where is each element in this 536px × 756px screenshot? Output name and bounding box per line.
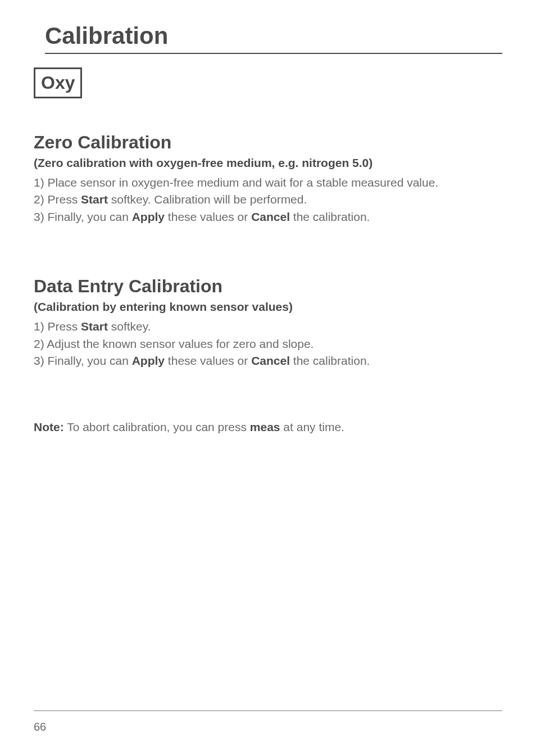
data-step-1: 1) Press Start softkey. <box>34 318 502 335</box>
oxy-badge: Oxy <box>34 67 82 98</box>
note-label: Note: <box>34 420 64 433</box>
data-step-3-text-e: the calibration. <box>290 354 370 367</box>
data-step-1-text-c: softkey. <box>108 320 151 333</box>
data-entry-subheading: (Calibration by entering known sensor va… <box>34 300 502 314</box>
zero-step-3-text-a: 3) Finally, you can <box>34 210 132 223</box>
zero-step-1: 1) Place sensor in oxygen-free medium an… <box>34 174 502 191</box>
data-step-3-apply: Apply <box>132 354 165 367</box>
data-entry-calibration-section: Data Entry Calibration (Calibration by e… <box>34 276 502 369</box>
note-meas: meas <box>250 420 280 433</box>
zero-step-2-start: Start <box>81 193 108 206</box>
zero-step-3-apply: Apply <box>132 210 165 223</box>
data-step-3-text-a: 3) Finally, you can <box>34 354 132 367</box>
footer-rule <box>34 710 502 711</box>
data-step-2: 2) Adjust the known sensor values for ze… <box>34 336 502 352</box>
zero-calibration-heading: Zero Calibration <box>34 132 502 153</box>
page-title: Calibration <box>45 22 502 54</box>
zero-step-2: 2) Press Start softkey. Calibration will… <box>34 191 502 208</box>
note-text-a: To abort calibration, you can press <box>64 420 250 433</box>
zero-step-3: 3) Finally, you can Apply these values o… <box>34 209 502 225</box>
data-step-1-text-a: 1) Press <box>34 320 81 333</box>
zero-calibration-subheading: (Zero calibration with oxygen-free mediu… <box>34 156 502 170</box>
data-step-1-start: Start <box>81 320 108 333</box>
zero-step-3-text-c: these values or <box>165 210 251 223</box>
zero-step-3-cancel: Cancel <box>251 210 290 223</box>
data-step-3-cancel: Cancel <box>251 354 290 367</box>
data-step-3: 3) Finally, you can Apply these values o… <box>34 352 502 369</box>
zero-step-3-text-e: the calibration. <box>290 210 370 223</box>
page-number: 66 <box>34 721 46 734</box>
data-entry-heading: Data Entry Calibration <box>34 276 502 297</box>
note-block: Note: To abort calibration, you can pres… <box>34 420 502 434</box>
note-text-c: at any time. <box>280 420 344 433</box>
zero-step-2-text-c: softkey. Calibration will be performed. <box>108 193 307 206</box>
zero-step-2-text-a: 2) Press <box>34 193 81 206</box>
zero-calibration-section: Zero Calibration (Zero calibration with … <box>34 132 502 225</box>
data-step-3-text-c: these values or <box>165 354 251 367</box>
